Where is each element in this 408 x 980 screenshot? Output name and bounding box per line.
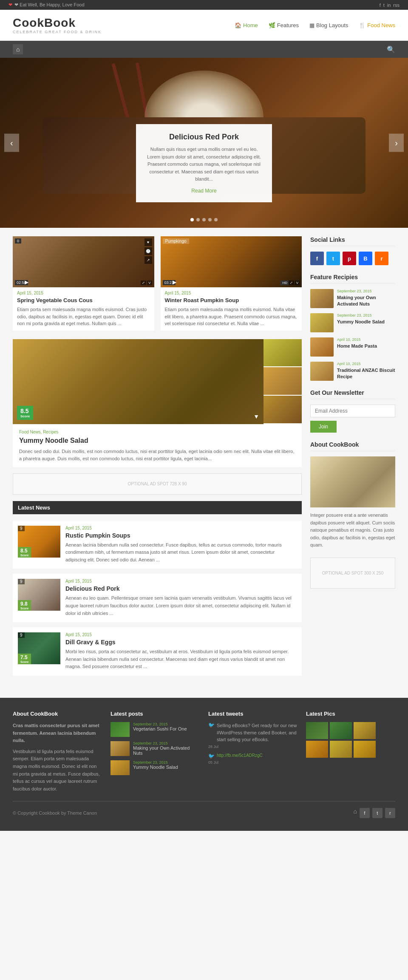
- footer-pics-title: Latest Pics: [306, 711, 395, 717]
- recipe-info-1: September 23, 2015 Making your Own Activ…: [337, 289, 395, 308]
- vimeo-icon-2[interactable]: V: [295, 280, 300, 285]
- hero-next-button[interactable]: ›: [389, 134, 404, 152]
- video-controls-1: ⤢ V: [141, 280, 152, 285]
- ad-spot: OPTIONAL AD SPOT 728 X 90: [13, 473, 302, 495]
- social-rss-btn[interactable]: r: [375, 252, 388, 265]
- footer-tw-btn[interactable]: t: [372, 808, 382, 818]
- news-title-2[interactable]: Delicious Red Pork: [65, 585, 297, 592]
- top-bar-left: ❤ ❤ Eat Well, Be Happy, Love Food: [8, 2, 85, 8]
- nav-blog-layouts[interactable]: ▦ Blog Layouts: [309, 22, 348, 28]
- hero-description: Nullam quis risus eget urna mollis ornar…: [147, 146, 261, 183]
- recipes-title: Feature Recipies: [310, 274, 395, 284]
- footer-post-3: September 23, 2015 Yummy Noodle Salad: [110, 760, 200, 775]
- footer-grid: About CookBook Cras mattis consectetur p…: [13, 711, 395, 793]
- video-thumb-1: 0 ♥ 🕐 ↗ 02:54 ⤢ V ▶: [13, 236, 154, 287]
- news-score-2: 9.8 Score: [18, 600, 31, 611]
- footer: About CookBook Cras mattis consectetur p…: [0, 698, 408, 831]
- footer-pic-1[interactable]: [306, 722, 328, 739]
- newsletter-email-input[interactable]: [310, 405, 395, 417]
- footer-pic-6[interactable]: [354, 741, 376, 758]
- clock-icon-btn[interactable]: 🕐: [144, 247, 152, 255]
- footer-fb-btn[interactable]: f: [360, 808, 370, 818]
- hero-dot-3[interactable]: [202, 218, 206, 221]
- recipe-date-2: September 23, 2015: [337, 313, 395, 317]
- footer-pic-4[interactable]: [306, 741, 328, 758]
- top-bar-in[interactable]: in: [387, 3, 391, 8]
- search-icon[interactable]: 🔍: [387, 45, 395, 54]
- hero-dots: [190, 218, 218, 221]
- footer-post-title-3[interactable]: Yummy Noodle Salad: [133, 765, 178, 770]
- footer-bottom: © Copyright Cookbook by Theme Canon ⌂ f …: [13, 801, 395, 818]
- footer-about-text2: Vestibulum id ligula porta felis euismod…: [13, 748, 102, 793]
- video-label-1: 0: [15, 238, 21, 244]
- about-title: About CookBook: [310, 441, 395, 451]
- expand-icon-2[interactable]: ⤢: [289, 280, 294, 285]
- tweet-link-1[interactable]: http://fb.me/5c1ADRzgC: [217, 753, 263, 759]
- footer-posts: Latest posts September 23, 2015 Vegetari…: [110, 711, 200, 793]
- footer-pic-2[interactable]: [330, 722, 352, 739]
- footer-post-title-1[interactable]: Vegetarian Sushi For One: [133, 726, 187, 731]
- tweet-date-1: 28 Jul: [208, 745, 298, 749]
- recipe-date-1: September 23, 2015: [337, 289, 395, 293]
- news-date-2: April 15, 2015: [65, 579, 297, 583]
- recipe-title-2[interactable]: Yummy Noodle Salad: [337, 319, 395, 325]
- hero-read-more[interactable]: Read More: [191, 188, 216, 194]
- footer-pic-5[interactable]: [330, 741, 352, 758]
- play-btn-2[interactable]: ▶: [173, 279, 176, 285]
- expand-icon[interactable]: ⤢: [141, 280, 146, 285]
- featured-img-inner: [13, 339, 302, 424]
- footer-rss-btn[interactable]: r: [385, 808, 395, 818]
- leaf-icon-features: 🌿: [269, 22, 275, 28]
- footer-post-date-2: September 23, 2015: [133, 741, 200, 745]
- recipe-title-1[interactable]: Making your Own Activated Nuts: [337, 295, 395, 308]
- footer-pic-3[interactable]: [354, 722, 376, 739]
- footer-tweet-1: 🐦 Selling eBooks? Get ready for our new …: [208, 722, 298, 749]
- recipe-title-3[interactable]: Home Made Pasta: [337, 343, 395, 349]
- home-icon-nav[interactable]: ⌂: [13, 44, 23, 54]
- top-bar-fb[interactable]: f: [380, 3, 381, 8]
- nav-features[interactable]: 🌿 Features: [269, 22, 299, 28]
- hero-prev-button[interactable]: ‹: [4, 134, 19, 152]
- video-desc-1: Etiam porta sem malesuada magna mollis e…: [17, 306, 150, 327]
- recipe-info-3: April 10, 2015 Home Made Pasta: [337, 337, 395, 349]
- featured-cat-label[interactable]: Food News, Recipes: [19, 430, 58, 434]
- hero-dot-4[interactable]: [208, 218, 212, 221]
- main-content: 0 ♥ 🕐 ↗ 02:54 ⤢ V ▶: [0, 228, 408, 689]
- featured-nav-arrow[interactable]: ▼: [253, 413, 259, 420]
- footer-copyright: © Copyright Cookbook by Theme Canon: [13, 810, 97, 816]
- logo-title[interactable]: CookBook: [13, 16, 102, 30]
- footer-home-icon[interactable]: ⌂: [354, 808, 357, 818]
- hero-overlay: Delicious Red Pork Nullam quis risus ege…: [136, 124, 272, 202]
- newsletter-join-btn[interactable]: Join: [310, 421, 337, 433]
- news-desc-1: Aenean lacinia bibendum nulla sed consec…: [65, 541, 297, 564]
- hero-dot-1[interactable]: [190, 218, 194, 221]
- top-bar: ❤ ❤ Eat Well, Be Happy, Love Food f t in…: [0, 0, 408, 10]
- news-content-3: April 15, 2015 Dill Gravy & Eggs Morbi l…: [65, 632, 297, 671]
- social-fb-btn[interactable]: f: [310, 252, 324, 265]
- heart-icon-btn[interactable]: ♥: [144, 238, 152, 246]
- recipe-title-4[interactable]: Traditional ANZAC Biscuit Recipe: [337, 367, 395, 380]
- news-title-1[interactable]: Rustic Pumpkin Soups: [65, 532, 297, 539]
- video-thumb-hands-img: [13, 236, 154, 287]
- footer-post-title-2[interactable]: Making your Own Activated Nuts: [133, 745, 200, 756]
- nav-home[interactable]: 🏠 Home: [235, 22, 258, 28]
- nav-food-news[interactable]: 🍴 Food News: [359, 22, 395, 28]
- hero-dot-2[interactable]: [196, 218, 200, 221]
- share-icon-btn[interactable]: ↗: [144, 256, 152, 264]
- social-be-btn[interactable]: B: [359, 252, 372, 265]
- top-bar-rss[interactable]: rss: [393, 3, 400, 8]
- news-date-1: April 15, 2015: [65, 526, 297, 530]
- nav-bar-left: ⌂: [13, 41, 23, 58]
- top-bar-tw[interactable]: t: [383, 3, 385, 8]
- video-title-2[interactable]: Winter Roast Pumpkin Soup: [165, 297, 298, 303]
- social-pi-btn[interactable]: p: [343, 252, 356, 265]
- featured-title[interactable]: Yummy Noodle Salad: [19, 437, 295, 445]
- about-text: Integer posuere erat a ante venenatis da…: [310, 512, 395, 549]
- video-title-1[interactable]: Spring Vegetable Cous Cous: [17, 297, 150, 303]
- news-title-3[interactable]: Dill Gravy & Eggs: [65, 639, 297, 646]
- social-tw-btn[interactable]: t: [326, 252, 340, 265]
- play-btn-1[interactable]: ▶: [25, 279, 28, 285]
- vimeo-icon[interactable]: V: [147, 280, 152, 285]
- hero-dot-5[interactable]: [214, 218, 218, 221]
- video-info-2: April 15, 2015 Winter Roast Pumpkin Soup…: [161, 287, 302, 331]
